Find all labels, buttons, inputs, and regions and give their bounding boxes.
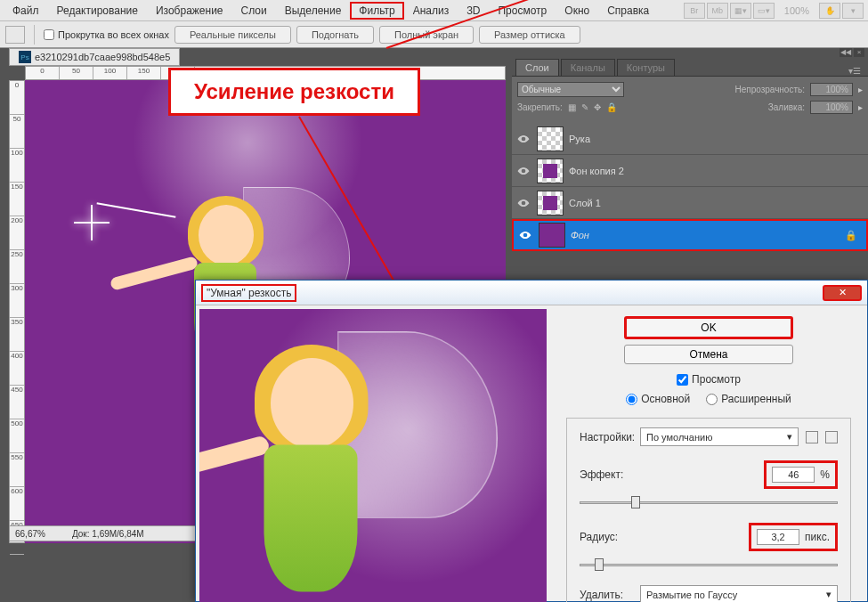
radius-label: Радиус:: [580, 531, 642, 543]
effect-label: Эффект:: [580, 468, 642, 481]
layer-thumbnail[interactable]: [537, 126, 564, 151]
panel-menu-icon[interactable]: ▾☰: [845, 66, 864, 76]
scroll-all-windows-checkbox[interactable]: Прокрутка во всех окнах: [44, 29, 169, 40]
tab-paths[interactable]: Контуры: [617, 59, 675, 76]
zoom-value[interactable]: 66,67%: [15, 529, 45, 539]
dialog-controls: OK Отмена Просмотр Основной Расширенный …: [550, 305, 867, 601]
document-tab[interactable]: Ps e3210291db7caae998bd548e5: [9, 48, 180, 66]
layer-row-hand[interactable]: Рука: [512, 123, 868, 155]
settings-preset-select[interactable]: По умолчанию ▾: [640, 427, 799, 446]
menu-image[interactable]: Изображение: [147, 2, 232, 20]
menu-filter[interactable]: Фильтр: [350, 2, 403, 20]
cancel-button[interactable]: Отмена: [624, 345, 793, 364]
document-status-bar: 66,67% Док: 1,69M/6,84M: [9, 525, 214, 541]
basic-radio[interactable]: Основной: [626, 393, 690, 405]
arrange-button[interactable]: ▭▾: [753, 3, 775, 19]
workspace-switcher[interactable]: ▾: [842, 3, 864, 19]
photoshop-icon: Ps: [19, 51, 31, 63]
effect-slider[interactable]: [580, 496, 838, 510]
dialog-preview[interactable]: [199, 309, 547, 602]
lock-all-icon[interactable]: 🔒: [606, 102, 617, 112]
blend-mode-select[interactable]: Обычные: [517, 82, 624, 97]
tool-preset-icon[interactable]: [5, 26, 25, 44]
lock-pixels-icon[interactable]: ✎: [581, 102, 588, 112]
visibility-icon[interactable]: [515, 195, 531, 211]
tab-layers[interactable]: Слои: [515, 59, 559, 76]
menu-file[interactable]: Файл: [4, 2, 48, 20]
tab-channels[interactable]: Каналы: [561, 59, 615, 76]
ruler-mark: 0: [10, 81, 24, 115]
layer-row-bgcopy2[interactable]: Фон копия 2: [512, 155, 868, 187]
ruler-mark: 600: [10, 487, 24, 521]
scroll-checkbox-input[interactable]: [44, 29, 54, 40]
real-pixels-button[interactable]: Реальные пикселы: [174, 26, 291, 44]
toolbox[interactable]: [0, 48, 9, 602]
visibility-icon[interactable]: [515, 131, 531, 147]
dialog-title-text: "Умная" резкость: [201, 284, 296, 302]
zoom-display[interactable]: 100%: [775, 5, 818, 16]
bridge-button[interactable]: Br: [684, 3, 705, 19]
layer-thumbnail[interactable]: [537, 159, 564, 183]
ruler-mark: 150: [10, 183, 24, 216]
layer-row-background[interactable]: Фон 🔒: [512, 219, 868, 251]
layer-name[interactable]: Рука: [569, 134, 590, 144]
menu-select[interactable]: Выделение: [276, 2, 351, 20]
chevron-down-icon: ▾: [787, 431, 792, 443]
ruler-mark: 350: [10, 318, 24, 352]
ruler-vertical[interactable]: 0 50 100 150 200 250 300 350 400 450 500…: [9, 80, 25, 543]
visibility-icon[interactable]: [517, 227, 533, 243]
lock-icon: 🔒: [845, 230, 857, 241]
ruler-mark: 400: [10, 352, 24, 386]
ruler-mark: 300: [10, 284, 24, 318]
settings-preset-value: По умолчанию: [646, 432, 712, 443]
close-button[interactable]: ✕: [823, 285, 862, 301]
dialog-titlebar[interactable]: "Умная" резкость ✕: [196, 281, 867, 305]
layers-panel-tabs: Слои Каналы Контуры ▾☰: [512, 57, 868, 77]
ruler-mark: 100: [10, 149, 24, 183]
remove-label: Удалить:: [580, 589, 633, 601]
visibility-icon[interactable]: [515, 163, 531, 179]
lock-position-icon[interactable]: ✥: [594, 102, 601, 112]
menu-edit[interactable]: Редактирование: [48, 2, 147, 20]
menu-layers[interactable]: Слои: [232, 2, 276, 20]
layer-name[interactable]: Фон: [571, 230, 589, 240]
save-preset-icon[interactable]: [806, 431, 818, 443]
settings-fieldset: Настройки: По умолчанию ▾ Эффект: 46 %: [566, 418, 851, 602]
ruler-mark: 150: [127, 67, 161, 80]
lock-transparency-icon[interactable]: ▦: [568, 102, 576, 112]
print-size-button[interactable]: Размер оттиска: [479, 26, 580, 44]
layer-thumbnail[interactable]: [537, 191, 564, 216]
fill-value[interactable]: 100%: [810, 101, 853, 114]
menu-view[interactable]: Просмотр: [489, 2, 556, 20]
main-menu-bar: Файл Редактирование Изображение Слои Выд…: [0, 0, 868, 21]
remove-select[interactable]: Размытие по Гауссу ▾: [640, 585, 838, 602]
ruler-mark: 100: [93, 67, 127, 80]
chevron-right-icon[interactable]: ▸: [858, 102, 863, 112]
doc-info[interactable]: Док: 1,69M/6,84M: [72, 529, 144, 539]
panel-close-icon[interactable]: ×: [854, 48, 864, 57]
layer-thumbnail[interactable]: [539, 223, 565, 248]
remove-value: Размытие по Гауссу: [646, 590, 737, 600]
menu-analysis[interactable]: Анализ: [404, 2, 458, 20]
ok-button[interactable]: OK: [624, 316, 793, 339]
ruler-mark: 50: [60, 67, 93, 80]
opacity-value[interactable]: 100%: [810, 83, 853, 96]
layer-name[interactable]: Слой 1: [569, 198, 601, 208]
screen-mode-button[interactable]: ▦▾: [730, 3, 751, 19]
menu-help[interactable]: Справка: [598, 2, 658, 20]
panel-collapse-icon[interactable]: ◀◀: [840, 48, 852, 57]
ruler-mark: 200: [10, 216, 24, 250]
minibridge-button[interactable]: Mb: [707, 3, 728, 19]
delete-preset-icon[interactable]: [825, 431, 838, 443]
radius-input[interactable]: 3,2: [757, 529, 799, 545]
effect-input[interactable]: 46: [772, 467, 815, 483]
layer-row-layer1[interactable]: Слой 1: [512, 187, 868, 219]
layer-name[interactable]: Фон копия 2: [569, 166, 624, 176]
preview-checkbox[interactable]: [677, 374, 688, 386]
radius-slider[interactable]: [580, 558, 838, 573]
advanced-radio[interactable]: Расширенный: [706, 393, 791, 405]
chevron-right-icon[interactable]: ▸: [858, 85, 863, 94]
extras-button[interactable]: ✋: [819, 3, 840, 19]
menu-window[interactable]: Окно: [556, 2, 598, 20]
fit-button[interactable]: Подогнать: [296, 26, 374, 44]
